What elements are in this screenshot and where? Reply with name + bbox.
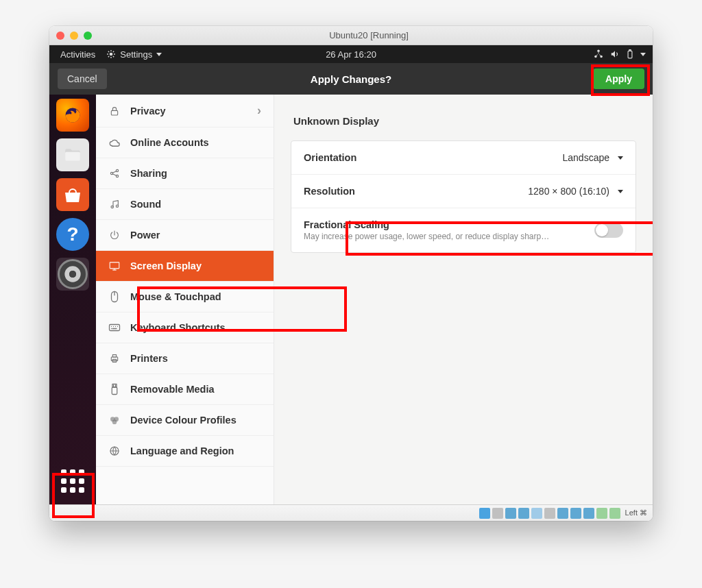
vbox-clipboard-icon[interactable] <box>609 508 620 519</box>
resolution-row[interactable]: Resolution 1280 × 800 (16:10) <box>291 175 636 208</box>
app-menu-label: Settings <box>120 49 152 60</box>
svg-point-0 <box>110 53 113 56</box>
sidebar-item-power[interactable]: Power <box>96 220 274 251</box>
usb-icon <box>108 383 121 395</box>
section-title: Unknown Display <box>293 115 633 127</box>
vbox-vrde-icon[interactable] <box>583 508 594 519</box>
activities-button[interactable]: Activities <box>56 49 99 60</box>
maximize-window-icon[interactable] <box>84 32 92 40</box>
header-title: Apply Changes? <box>311 73 391 85</box>
sidebar-item-device-colour-profiles[interactable]: Device Colour Profiles <box>96 405 274 436</box>
battery-icon <box>627 49 633 59</box>
vm-window: Ubuntu20 [Running] Activities Settings 2… <box>49 26 653 521</box>
sidebar-item-label: Mouse & Touchpad <box>130 291 221 302</box>
fractional-scaling-row[interactable]: Fractional Scaling May increase power us… <box>291 208 636 252</box>
svg-rect-17 <box>110 325 120 331</box>
dock-files[interactable] <box>56 138 89 171</box>
svg-rect-9 <box>111 110 117 115</box>
svg-rect-15 <box>110 262 119 269</box>
mac-titlebar: Ubuntu20 [Running] <box>49 26 653 45</box>
power-icon <box>108 229 121 241</box>
app-menu[interactable]: Settings <box>106 49 162 60</box>
svg-rect-5 <box>629 50 631 51</box>
sidebar-item-label: Removable Media <box>130 384 215 395</box>
firefox-icon <box>63 106 82 125</box>
minimize-window-icon[interactable] <box>70 32 78 40</box>
sidebar-item-online-accounts[interactable]: Online Accounts <box>96 127 274 158</box>
sidebar-item-label: Online Accounts <box>130 137 209 148</box>
svg-rect-22 <box>112 387 117 395</box>
sidebar-item-label: Privacy <box>130 106 166 117</box>
gear-icon <box>63 265 82 284</box>
resolution-label: Resolution <box>304 186 355 197</box>
svg-point-25 <box>112 419 117 424</box>
printer-icon <box>108 352 121 365</box>
fractional-scaling-switch[interactable] <box>594 223 623 238</box>
apps-grid-icon <box>61 469 84 493</box>
sidebar-item-label: Sharing <box>130 168 167 179</box>
resolution-value: 1280 × 800 (16:10) <box>528 186 609 197</box>
gear-icon <box>106 49 116 59</box>
chevron-right-icon: › <box>257 103 261 118</box>
music-icon <box>108 198 121 210</box>
vbox-hdd-icon[interactable] <box>479 508 490 519</box>
orientation-value: Landscape <box>562 152 609 163</box>
dock-firefox[interactable] <box>56 99 89 132</box>
virtualbox-statusbar: Left ⌘ <box>49 504 653 521</box>
sidebar-item-label: Power <box>130 230 160 241</box>
color-icon <box>108 414 121 426</box>
vbox-display-icon[interactable] <box>557 508 568 519</box>
svg-rect-19 <box>112 355 116 357</box>
sidebar-item-removable-media[interactable]: Removable Media <box>96 374 274 405</box>
question-icon: ? <box>66 223 78 245</box>
fractional-scaling-description: May increase power usage, lower speed, o… <box>304 232 549 241</box>
svg-point-14 <box>116 205 118 207</box>
globe-icon <box>108 445 121 457</box>
ubuntu-dock: ? <box>49 95 96 504</box>
orientation-row[interactable]: Orientation Landscape <box>291 141 636 175</box>
fractional-scaling-label: Fractional Scaling <box>304 219 549 230</box>
sidebar-item-screen-display[interactable]: Screen Display <box>96 251 274 282</box>
dock-show-applications[interactable] <box>56 465 89 498</box>
close-window-icon[interactable] <box>56 32 64 40</box>
sidebar-item-label: Screen Display <box>130 260 202 271</box>
clock[interactable]: 26 Apr 16:20 <box>326 49 376 60</box>
vbox-usb-icon[interactable] <box>531 508 542 519</box>
vbox-recording-icon[interactable] <box>570 508 581 519</box>
vbox-optical-icon[interactable] <box>492 508 503 519</box>
sidebar-item-printers[interactable]: Printers <box>96 343 274 374</box>
system-tray[interactable] <box>594 49 646 59</box>
vbox-cpu-icon[interactable] <box>596 508 607 519</box>
sidebar-item-language-and-region[interactable]: Language and Region <box>96 436 274 467</box>
sidebar-item-sound[interactable]: Sound <box>96 189 274 220</box>
dock-software[interactable] <box>56 178 89 211</box>
sidebar-item-label: Printers <box>130 353 168 364</box>
sidebar-item-sharing[interactable]: Sharing <box>96 158 274 189</box>
dock-help[interactable]: ? <box>56 218 89 251</box>
sidebar-item-privacy[interactable]: Privacy› <box>96 95 274 127</box>
keyboard-icon <box>108 321 121 334</box>
cancel-button[interactable]: Cancel <box>58 69 107 89</box>
svg-rect-18 <box>111 357 117 360</box>
chevron-down-icon <box>618 156 623 160</box>
settings-sidebar: Privacy›Online AccountsSharingSoundPower… <box>96 95 274 504</box>
dock-settings[interactable] <box>56 258 89 291</box>
apply-button[interactable]: Apply <box>593 69 644 89</box>
shopping-bag-icon <box>62 186 83 204</box>
vbox-host-key: Left ⌘ <box>625 509 647 517</box>
sidebar-item-keyboard-shortcuts[interactable]: Keyboard Shortcuts <box>96 313 274 343</box>
share-icon <box>108 167 121 180</box>
orientation-label: Orientation <box>304 152 356 163</box>
cloud-icon <box>108 136 121 149</box>
chevron-down-icon <box>618 190 623 193</box>
gnome-top-bar: Activities Settings 26 Apr 16:20 <box>49 45 653 63</box>
svg-rect-7 <box>65 152 80 161</box>
svg-rect-4 <box>628 51 632 58</box>
vbox-shared-folder-icon[interactable] <box>544 508 555 519</box>
vbox-audio-icon[interactable] <box>505 508 516 519</box>
network-icon <box>594 49 603 59</box>
vbox-network-icon[interactable] <box>518 508 529 519</box>
sidebar-item-mouse-touchpad[interactable]: Mouse & Touchpad <box>96 282 274 313</box>
folder-icon <box>64 147 82 162</box>
settings-main: Unknown Display Orientation Landscape Re… <box>274 95 653 504</box>
